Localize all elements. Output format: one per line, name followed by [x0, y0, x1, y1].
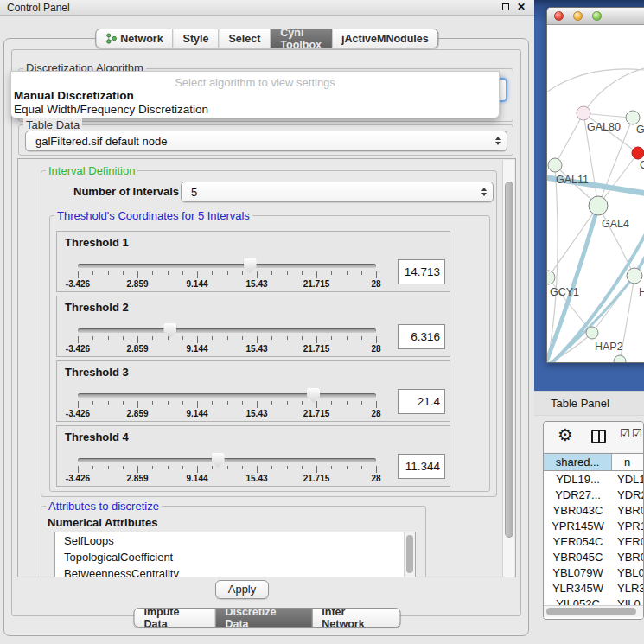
network-node-gal80[interactable]: [577, 106, 590, 120]
network-canvas[interactable]: GAL80GGAL11GAL4GCY1HHAP2C: [547, 25, 644, 363]
tick-mark: [361, 466, 362, 469]
tick-mark: [92, 271, 93, 275]
application: Control Panel ✕ NetworkStyleSelectCyni T…: [0, 0, 644, 644]
close-icon[interactable]: ✕: [517, 2, 526, 12]
threshold-value-field[interactable]: 21.4: [398, 389, 445, 414]
tab-discretize-data[interactable]: Discretize Data: [215, 609, 312, 627]
table-row[interactable]: YBR045CYBR0: [544, 549, 644, 564]
network-view-window[interactable]: GAL80GGAL11GAL4GCY1HHAP2C: [546, 7, 644, 363]
table-panel-header[interactable]: Table Panel: [534, 391, 644, 416]
tab-cyni-toolbox[interactable]: Cyni Toolbox: [271, 29, 332, 48]
algorithm-option-equal-width-frequency-discretization[interactable]: Equal Width/Frequency Discretization: [14, 103, 208, 116]
number-of-intervals-combobox[interactable]: 5: [181, 182, 494, 202]
slider-thumb[interactable]: [307, 388, 320, 403]
tab-infer-network[interactable]: Infer Network: [312, 609, 399, 627]
table-row[interactable]: YDL19...YDL1: [544, 471, 644, 487]
tab-network[interactable]: Network: [96, 29, 173, 48]
settings-scrollbar-thumb[interactable]: [505, 182, 513, 538]
table-data-combobox[interactable]: galFiltered.sif default node: [25, 131, 507, 151]
tick-mark: [137, 466, 138, 473]
tab-jactivemnodules[interactable]: jActiveMNodules: [332, 29, 438, 48]
algorithm-dropdown-popup: Select algorithm to view settings Manual…: [10, 71, 500, 118]
checkbox-icon[interactable]: ☑: [632, 427, 642, 440]
tab-style[interactable]: Style: [174, 29, 220, 48]
tick-label: -3.426: [66, 344, 90, 354]
network-window-titlebar[interactable]: [547, 8, 644, 25]
tick-mark: [331, 336, 332, 340]
tick-mark: [123, 271, 124, 275]
network-node[interactable]: [614, 355, 626, 363]
node-label: GCY1: [550, 286, 579, 298]
cell-name: YER0: [612, 533, 644, 549]
column-header-shared-name[interactable]: shared...: [544, 454, 612, 470]
control-panel-titlebar[interactable]: Control Panel ✕: [0, 0, 534, 16]
checkbox-icon[interactable]: ☑: [620, 427, 630, 440]
network-node[interactable]: [632, 147, 644, 159]
numerical-attributes-list[interactable]: SelfLoopsTopologicalCoefficientBetweenne…: [54, 532, 416, 577]
tick-label: 9.144: [186, 279, 207, 289]
table-row[interactable]: YPR145WYPR1: [544, 518, 644, 533]
slider-track: [78, 458, 376, 462]
column-header-name[interactable]: n: [612, 454, 644, 470]
tab-select[interactable]: Select: [219, 29, 271, 48]
float-window-icon[interactable]: [502, 3, 509, 10]
tick-mark: [123, 466, 124, 469]
network-node-g[interactable]: [626, 111, 640, 124]
table-hscrollbar[interactable]: [544, 605, 643, 617]
slider-track: [78, 393, 376, 398]
network-node-hap2[interactable]: [586, 327, 598, 339]
zoom-window-icon[interactable]: [592, 11, 602, 21]
tick-mark: [242, 466, 243, 469]
table-row[interactable]: YDR27...YDR2: [544, 487, 644, 502]
attribute-item-topologicalcoefficient[interactable]: TopologicalCoefficient: [55, 549, 415, 565]
table-row[interactable]: YLR345WYLR3: [544, 580, 644, 596]
tick-mark: [347, 336, 348, 340]
table-hscrollbar-thumb[interactable]: [546, 608, 636, 615]
tick-mark: [302, 336, 303, 340]
tick-mark: [302, 271, 303, 275]
network-node-gal11[interactable]: [548, 158, 562, 172]
tick-mark: [123, 336, 124, 340]
minimize-window-icon[interactable]: [573, 11, 583, 21]
split-columns-icon[interactable]: [591, 430, 606, 443]
tick-mark: [271, 271, 272, 275]
apply-button[interactable]: Apply: [215, 580, 269, 599]
algorithm-placeholder-option[interactable]: Select algorithm to view settings: [11, 76, 499, 89]
thresholds-group-title: Threshold's Coordinates for 5 Intervals: [54, 209, 252, 222]
cell-shared-name: YER054C: [544, 533, 612, 549]
threshold-label: Threshold 2: [65, 301, 129, 314]
gear-icon[interactable]: ⚙: [558, 424, 573, 445]
list-scrollbar-thumb[interactable]: [406, 535, 413, 573]
table-row[interactable]: YBL079WYBL0: [544, 564, 644, 580]
close-window-icon[interactable]: [554, 11, 564, 21]
cell-shared-name: YLR345W: [544, 580, 612, 596]
top-tab-bar: NetworkStyleSelectCyni ToolboxjActiveMNo…: [95, 29, 438, 48]
threshold-value-field[interactable]: 14.713: [398, 259, 445, 284]
tick-mark: [316, 466, 317, 473]
threshold-value-field[interactable]: 11.344: [398, 454, 445, 479]
tick-label: 28: [371, 474, 380, 483]
network-node-gcy1[interactable]: [547, 271, 555, 284]
slider-thumb[interactable]: [212, 453, 225, 468]
network-node-gal4[interactable]: [589, 196, 608, 215]
tick-mark: [78, 401, 79, 408]
list-scrollbar[interactable]: [404, 532, 415, 577]
attribute-item-selfloops[interactable]: SelfLoops: [55, 532, 415, 549]
slider-thumb[interactable]: [244, 258, 257, 273]
attribute-item-betweennesscentrality[interactable]: BetweennessCentrality: [55, 565, 415, 577]
tick-label: 28: [371, 344, 380, 354]
threshold-value-field[interactable]: 6.316: [398, 324, 445, 349]
tick-mark: [361, 401, 362, 405]
node-label: GAL80: [587, 121, 621, 133]
tab-impute-data[interactable]: Impute Data: [135, 609, 216, 627]
tick-label: -3.426: [66, 474, 90, 483]
slider-thumb[interactable]: [163, 323, 176, 338]
tick-mark: [108, 271, 109, 275]
settings-scrollbar[interactable]: [502, 160, 514, 577]
network-node-h[interactable]: [627, 268, 642, 284]
cell-shared-name: YBR043C: [544, 502, 612, 518]
algorithm-option-manual-discretization[interactable]: Manual Discretization: [14, 89, 134, 102]
table-row[interactable]: YBR043CYBR0: [544, 502, 644, 518]
tick-mark: [271, 336, 272, 340]
table-row[interactable]: YER054CYER0: [544, 533, 644, 549]
